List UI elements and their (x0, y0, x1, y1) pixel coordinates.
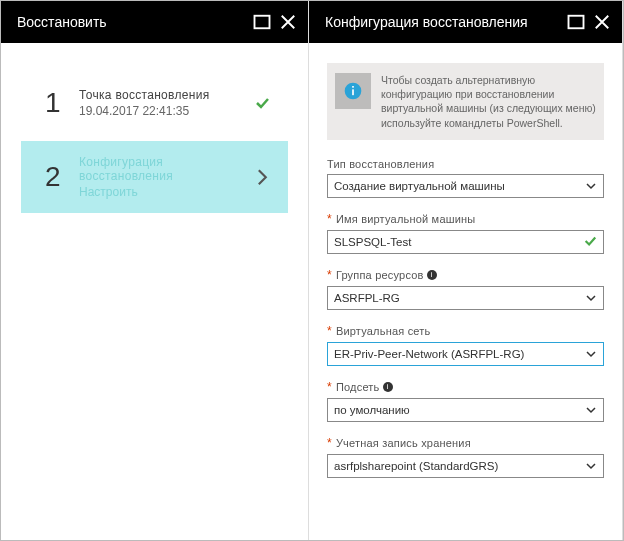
subnet-label: * Подсеть i (327, 380, 604, 394)
subnet-value: по умолчанию (334, 404, 585, 416)
wizard-steps: 1 Точка восстановления 19.04.2017 22:41:… (1, 43, 308, 221)
required-icon: * (327, 268, 332, 282)
step-2-restore-config[interactable]: 2 Конфигурация восстановления Настроить (21, 141, 288, 213)
step-number: 2 (45, 161, 79, 193)
vnet-label: * Виртуальная сеть (327, 324, 604, 338)
restore-header: Восстановить (1, 1, 308, 43)
info-icon (335, 73, 371, 109)
step-1-subtitle: 19.04.2017 22:41:35 (79, 104, 254, 118)
svg-rect-1 (569, 16, 584, 29)
restore-type-label: Тип восстановления (327, 158, 604, 170)
vm-name-value: SLSPSQL-Test (334, 236, 583, 248)
info-box: Чтобы создать альтернативную конфигураци… (327, 63, 604, 140)
config-body: Чтобы создать альтернативную конфигураци… (309, 43, 622, 502)
required-icon: * (327, 212, 332, 226)
chevron-right-icon (256, 166, 270, 188)
check-icon (583, 234, 597, 250)
step-2-title: Конфигурация восстановления (79, 155, 256, 183)
vm-name-input[interactable]: SLSPSQL-Test (327, 230, 604, 254)
vnet-row: * Виртуальная сеть ER-Priv-Peer-Network … (327, 324, 604, 366)
restore-type-value: Создание виртуальной машины (334, 180, 585, 192)
restore-type-select[interactable]: Создание виртуальной машины (327, 174, 604, 198)
vnet-select[interactable]: ER-Priv-Peer-Network (ASRFPL-RG) (327, 342, 604, 366)
vm-name-label: * Имя виртуальной машины (327, 212, 604, 226)
info-icon[interactable]: i (427, 270, 437, 280)
chevron-down-icon (585, 180, 597, 192)
storage-select[interactable]: asrfplsharepoint (StandardGRS) (327, 454, 604, 478)
info-icon[interactable]: i (383, 382, 393, 392)
subnet-row: * Подсеть i по умолчанию (327, 380, 604, 422)
vnet-value: ER-Priv-Peer-Network (ASRFPL-RG) (334, 348, 585, 360)
chevron-down-icon (585, 348, 597, 360)
step-2-subtitle: Настроить (79, 185, 256, 199)
chevron-down-icon (585, 292, 597, 304)
maximize-icon[interactable] (252, 12, 272, 32)
chevron-down-icon (585, 460, 597, 472)
check-icon (254, 95, 270, 111)
storage-label: * Учетная запись хранения (327, 436, 604, 450)
config-blade: Конфигурация восстановления Чтобы создат… (309, 1, 623, 540)
info-text: Чтобы создать альтернативную конфигураци… (381, 73, 596, 130)
restore-title: Восстановить (17, 14, 246, 30)
resource-group-value: ASRFPL-RG (334, 292, 585, 304)
storage-row: * Учетная запись хранения asrfplsharepoi… (327, 436, 604, 478)
step-1-restore-point[interactable]: 1 Точка восстановления 19.04.2017 22:41:… (21, 73, 288, 133)
storage-value: asrfplsharepoint (StandardGRS) (334, 460, 585, 472)
resource-group-row: * Группа ресурсов i ASRFPL-RG (327, 268, 604, 310)
subnet-select[interactable]: по умолчанию (327, 398, 604, 422)
chevron-down-icon (585, 404, 597, 416)
resource-group-select[interactable]: ASRFPL-RG (327, 286, 604, 310)
close-icon[interactable] (592, 12, 612, 32)
required-icon: * (327, 436, 332, 450)
close-icon[interactable] (278, 12, 298, 32)
required-icon: * (327, 324, 332, 338)
vm-name-row: * Имя виртуальной машины SLSPSQL-Test (327, 212, 604, 254)
svg-rect-0 (255, 16, 270, 29)
required-icon: * (327, 380, 332, 394)
svg-rect-3 (352, 89, 354, 95)
step-number: 1 (45, 87, 79, 119)
restore-type-row: Тип восстановления Создание виртуальной … (327, 158, 604, 198)
config-header: Конфигурация восстановления (309, 1, 622, 43)
resource-group-label: * Группа ресурсов i (327, 268, 604, 282)
restore-blade: Восстановить 1 Точка восстановления 19.0… (1, 1, 309, 540)
svg-rect-4 (352, 86, 354, 88)
step-1-title: Точка восстановления (79, 88, 254, 102)
maximize-icon[interactable] (566, 12, 586, 32)
config-title: Конфигурация восстановления (325, 14, 560, 30)
